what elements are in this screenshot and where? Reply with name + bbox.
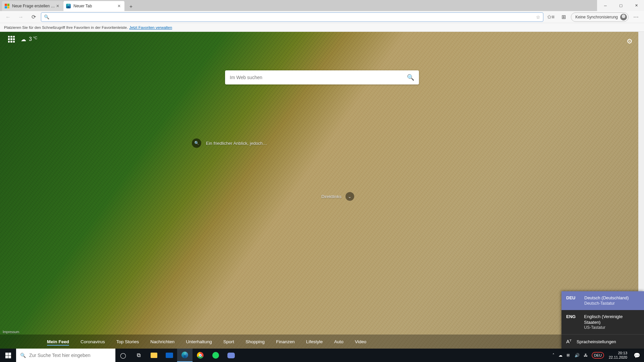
taskbar-app-edge[interactable]	[177, 349, 193, 362]
chevron-down-icon: ⌄	[345, 192, 354, 201]
image-caption[interactable]: 🔍 Ein friedlicher Anblick, jedoch…	[192, 138, 267, 148]
tab-strip: Neue Frage erstellen oder Disku ✕ Neuer …	[0, 0, 597, 11]
ntp-top-left: ☁ 3 °C	[8, 36, 37, 43]
feed-nav: Mein Feed Coronavirus Top Stories Nachri…	[0, 335, 644, 349]
tray-overflow-icon[interactable]: ˄	[550, 349, 556, 362]
start-button[interactable]	[0, 349, 16, 362]
taskbar-app-explorer[interactable]	[146, 349, 162, 362]
language-flyout: DEU Deutsch (Deutschland) Deutsch-Tastat…	[561, 291, 644, 349]
svg-rect-0	[5, 353, 8, 355]
web-search-box[interactable]: 🔍	[225, 70, 419, 84]
clock-time: 20:13	[609, 351, 627, 355]
weather-cloud-icon: ☁	[21, 36, 26, 43]
bookmarks-hint: Platzieren Sie für den Schnellzugriff Ih…	[4, 25, 128, 29]
feed-tab-top-stories[interactable]: Top Stories	[116, 338, 139, 346]
settings-gear-icon[interactable]: ⚙	[627, 37, 633, 45]
new-tab-page: ☁ 3 °C ⚙ 🔍 🔍 Ein friedlicher Anblick, je…	[0, 32, 644, 349]
tab-item[interactable]: Neue Frage erstellen oder Disku ✕	[2, 1, 63, 11]
tray-volume-icon[interactable]: 🔊	[573, 349, 582, 362]
feed-tab-lifestyle[interactable]: Lifestyle	[306, 338, 323, 346]
impressum-link[interactable]: Impressum	[3, 330, 19, 334]
language-settings-icon: Aᵀ	[566, 339, 572, 345]
tray-onedrive-icon[interactable]: ☁	[556, 349, 565, 362]
language-name: Deutsch (Deutschland)	[584, 295, 629, 301]
taskbar-search[interactable]: 🔍 Zur Suche Text hier eingeben	[16, 349, 115, 362]
keyboard-layout: Deutsch-Tastatur	[584, 301, 629, 306]
feed-tab-shopping[interactable]: Shopping	[246, 338, 265, 346]
address-bar[interactable]: 🔍 ☆	[41, 12, 543, 22]
cortana-button[interactable]: ◯	[115, 349, 131, 362]
more-menu-button[interactable]: ⋯	[631, 12, 641, 22]
language-option-deu[interactable]: DEU Deutsch (Deutschland) Deutsch-Tastat…	[561, 291, 644, 310]
feed-tab-nachrichten[interactable]: Nachrichten	[150, 338, 174, 346]
taskbar-search-placeholder: Zur Suche Text hier eingeben	[29, 353, 91, 358]
svg-rect-3	[8, 356, 11, 358]
feed-tab-coronavirus[interactable]: Coronavirus	[80, 338, 105, 346]
taskbar-app-discord[interactable]	[223, 349, 239, 362]
language-code: DEU	[566, 295, 580, 306]
language-indicator[interactable]: DEU	[590, 349, 606, 362]
close-window-button[interactable]: ✕	[629, 0, 644, 11]
new-tab-button[interactable]: ＋	[126, 2, 136, 11]
taskbar-clock[interactable]: 20:13 22.11.2020	[606, 351, 630, 359]
language-name: Englisch (Vereinigte Staaten)	[584, 314, 639, 325]
apps-launcher-icon[interactable]	[8, 36, 15, 43]
tray-network-icon[interactable]: 🖧	[582, 349, 590, 362]
task-view-button[interactable]: ⧉	[131, 349, 146, 362]
browser-toolbar: ← → ⟳ 🔍 ☆ ✩≡ ⊞ Keine Synchronisierung ⋯	[0, 11, 644, 23]
maximize-button[interactable]: ▢	[613, 0, 629, 11]
weather-unit: °C	[33, 36, 37, 40]
collections-button[interactable]: ⊞	[558, 12, 569, 22]
feed-tab-unterhaltung[interactable]: Unterhaltung	[186, 338, 212, 346]
close-tab-icon[interactable]: ✕	[55, 4, 60, 8]
clock-date: 22.11.2020	[609, 355, 627, 360]
tab-title: Neuer Tab	[73, 4, 116, 8]
address-input[interactable]	[52, 13, 536, 21]
quick-links-toggle[interactable]: Direktlinks ⌄	[321, 192, 354, 201]
favorites-button[interactable]: ✩≡	[545, 12, 556, 22]
minimize-button[interactable]: ─	[598, 0, 613, 11]
keyboard-layout: US-Tastatur	[584, 325, 639, 330]
feed-tab-mein-feed[interactable]: Mein Feed	[47, 338, 69, 346]
svg-rect-1	[8, 353, 11, 355]
taskbar: 🔍 Zur Suche Text hier eingeben ◯ ⧉ ˄ ☁ ⛨…	[0, 349, 644, 362]
language-preferences-label: Spracheinstellungen	[577, 339, 616, 344]
svg-rect-2	[5, 356, 8, 358]
feed-tab-auto[interactable]: Auto	[334, 338, 343, 346]
profile-sync-button[interactable]: Keine Synchronisierung	[571, 12, 629, 22]
favorite-star-icon[interactable]: ☆	[536, 14, 540, 20]
avatar-icon	[620, 14, 627, 20]
feed-tab-finanzen[interactable]: Finanzen	[276, 338, 295, 346]
favicon-microsoft	[5, 3, 10, 9]
language-preferences-link[interactable]: Aᵀ Spracheinstellungen	[561, 335, 644, 349]
search-icon: 🔍	[20, 353, 26, 358]
tray-security-icon[interactable]: ⛨	[565, 349, 573, 362]
bookmarks-bar: Platzieren Sie für den Schnellzugriff Ih…	[0, 23, 644, 32]
caption-text: Ein friedlicher Anblick, jedoch…	[206, 141, 267, 146]
weather-widget[interactable]: ☁ 3 °C	[21, 36, 37, 43]
feed-tab-sport[interactable]: Sport	[223, 338, 234, 346]
quick-links-label: Direktlinks	[321, 194, 341, 199]
feed-tab-video[interactable]: Video	[355, 338, 366, 346]
sync-label: Keine Synchronisierung	[575, 15, 618, 19]
language-code: ENG	[566, 314, 579, 330]
web-search-input[interactable]	[230, 75, 407, 80]
taskbar-app-spotify[interactable]	[208, 349, 223, 362]
close-tab-icon[interactable]: ✕	[116, 4, 122, 8]
forward-button[interactable]: →	[15, 12, 26, 22]
manage-favorites-link[interactable]: Jetzt Favoriten verwalten	[129, 25, 172, 29]
favicon-edge	[66, 3, 71, 9]
back-button[interactable]: ←	[3, 12, 13, 22]
tab-item-active[interactable]: Neuer Tab ✕	[63, 1, 124, 11]
language-option-eng[interactable]: ENG Englisch (Vereinigte Staaten) US-Tas…	[561, 310, 644, 334]
action-center-button[interactable]: 💬	[630, 352, 644, 359]
taskbar-app-chrome[interactable]	[193, 349, 208, 362]
info-search-icon: 🔍	[192, 138, 201, 148]
search-icon: 🔍	[44, 14, 49, 19]
search-submit-icon[interactable]: 🔍	[407, 74, 414, 81]
weather-temp: 3	[29, 36, 32, 42]
window-controls: ─ ▢ ✕	[598, 0, 644, 11]
taskbar-app-mail[interactable]	[162, 349, 177, 362]
system-tray: ˄ ☁ ⛨ 🔊 🖧 DEU 20:13 22.11.2020 💬	[550, 349, 644, 362]
refresh-button[interactable]: ⟳	[28, 12, 39, 22]
